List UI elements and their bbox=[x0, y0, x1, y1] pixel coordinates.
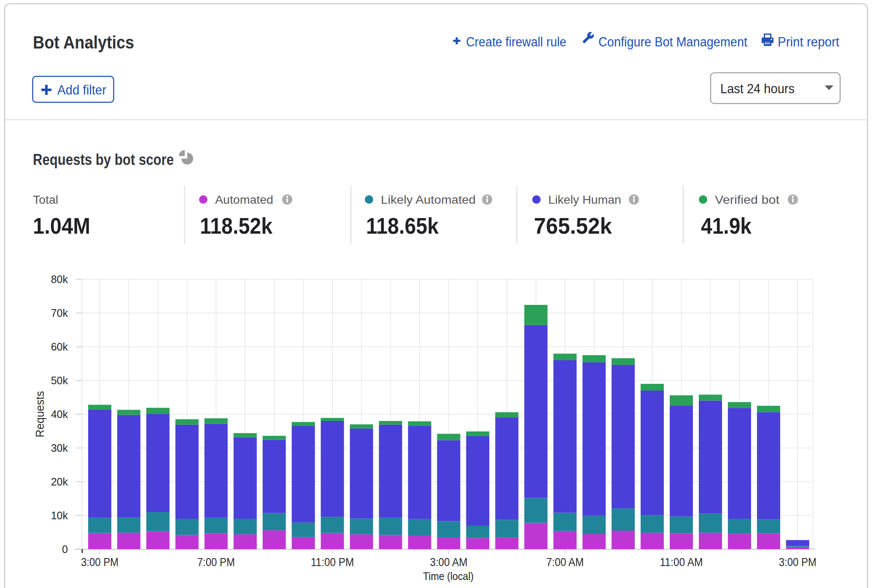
svg-text:Add filter: Add filter bbox=[57, 82, 106, 97]
svg-text:118.52k: 118.52k bbox=[200, 213, 273, 238]
svg-text:3:00 AM: 3:00 AM bbox=[430, 556, 467, 569]
svg-text:70k: 70k bbox=[51, 307, 68, 319]
svg-text:11:00 AM: 11:00 AM bbox=[660, 556, 703, 569]
svg-text:Configure Bot Management: Configure Bot Management bbox=[598, 35, 747, 49]
svg-text:Print report: Print report bbox=[778, 35, 839, 49]
svg-text:118.65k: 118.65k bbox=[366, 213, 439, 238]
svg-text:0: 0 bbox=[62, 543, 68, 555]
svg-text:Requests by bot score: Requests by bot score bbox=[33, 151, 174, 168]
svg-text:Total: Total bbox=[33, 194, 58, 206]
svg-text:20k: 20k bbox=[51, 476, 68, 488]
svg-text:41.9k: 41.9k bbox=[701, 213, 752, 238]
svg-text:Last 24 hours: Last 24 hours bbox=[720, 81, 795, 96]
svg-text:30k: 30k bbox=[51, 442, 68, 454]
svg-text:Time (local): Time (local) bbox=[423, 570, 474, 583]
svg-text:Bot Analytics: Bot Analytics bbox=[33, 32, 134, 52]
svg-text:11:00 PM: 11:00 PM bbox=[311, 556, 354, 569]
svg-text:Automated: Automated bbox=[215, 194, 273, 206]
svg-text:Likely Human: Likely Human bbox=[548, 194, 621, 206]
svg-text:80k: 80k bbox=[51, 273, 68, 285]
svg-text:7:00 PM: 7:00 PM bbox=[197, 556, 235, 569]
svg-text:7:00 AM: 7:00 AM bbox=[546, 556, 584, 569]
svg-text:3:00 PM: 3:00 PM bbox=[779, 556, 816, 569]
svg-text:3:00 PM: 3:00 PM bbox=[81, 556, 119, 569]
svg-text:Requests: Requests bbox=[34, 391, 46, 437]
svg-text:Verified bot: Verified bot bbox=[715, 194, 780, 206]
svg-text:40k: 40k bbox=[51, 408, 68, 420]
svg-text:60k: 60k bbox=[51, 341, 68, 353]
svg-text:Likely Automated: Likely Automated bbox=[381, 194, 476, 206]
svg-text:10k: 10k bbox=[51, 510, 68, 521]
svg-text:765.52k: 765.52k bbox=[534, 213, 612, 238]
svg-text:Create firewall rule: Create firewall rule bbox=[466, 35, 566, 49]
svg-text:50k: 50k bbox=[51, 375, 68, 386]
svg-text:1.04M: 1.04M bbox=[33, 213, 90, 238]
